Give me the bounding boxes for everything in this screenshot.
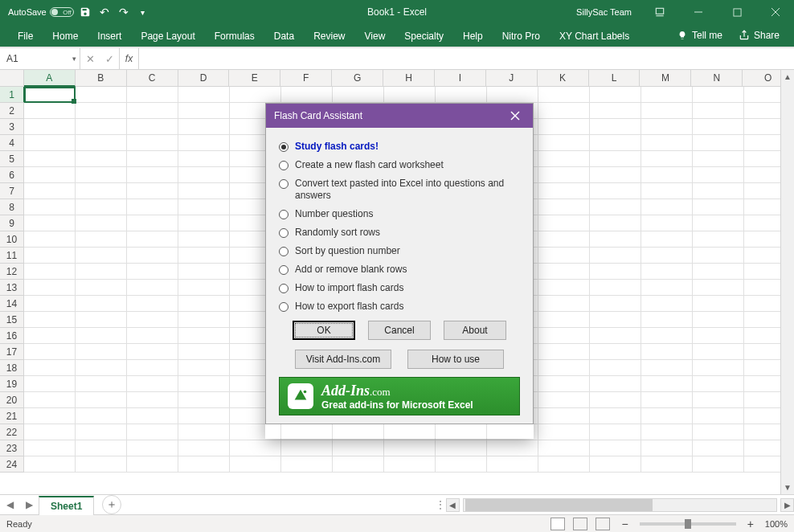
vertical-scrollbar[interactable]: ▲ ▼ [780, 70, 794, 494]
col-header[interactable]: N [691, 70, 743, 86]
radio-study-flash-cards[interactable]: Study flash cards! [279, 137, 520, 156]
row-header[interactable]: 7 [0, 183, 24, 199]
radio-convert-text[interactable]: Convert text pasted into Excel into ques… [279, 174, 520, 205]
tab-data[interactable]: Data [264, 26, 304, 47]
radio-icon[interactable] [279, 210, 289, 219]
row-header[interactable]: 9 [0, 215, 24, 231]
row-header[interactable]: 5 [0, 151, 24, 167]
zoom-level[interactable]: 100% [765, 519, 788, 529]
tab-insert[interactable]: Insert [88, 26, 131, 47]
row-header[interactable]: 12 [0, 264, 24, 280]
col-header[interactable]: L [589, 70, 641, 86]
ok-button[interactable]: OK [293, 321, 355, 340]
tab-split-handle[interactable]: ⋮ [435, 499, 446, 510]
qat-customize-icon[interactable]: ▾ [135, 4, 151, 20]
scroll-right-icon[interactable]: ▶ [780, 498, 794, 512]
page-break-view-icon[interactable] [596, 518, 610, 530]
scroll-left-icon[interactable]: ◀ [446, 498, 460, 512]
autosave-toggle[interactable]: AutoSave Off [8, 7, 74, 17]
col-header[interactable]: C [127, 70, 178, 86]
row-header[interactable]: 13 [0, 280, 24, 296]
radio-icon[interactable] [279, 265, 289, 275]
normal-view-icon[interactable] [550, 518, 565, 530]
visit-addins-button[interactable]: Visit Add-Ins.com [295, 350, 391, 369]
zoom-slider[interactable] [640, 522, 736, 526]
row-header[interactable]: 6 [0, 167, 24, 183]
row-header[interactable]: 4 [0, 135, 24, 151]
row-header[interactable]: 1 [0, 87, 25, 103]
zoom-out-button[interactable]: − [618, 518, 631, 530]
row-header[interactable]: 20 [0, 392, 24, 408]
redo-icon[interactable]: ↷ [116, 4, 132, 20]
fx-label[interactable]: fx [120, 48, 139, 69]
chevron-down-icon[interactable]: ▾ [72, 55, 76, 63]
col-header[interactable]: A [24, 70, 76, 87]
radio-import[interactable]: How to import flash cards [279, 279, 520, 297]
radio-icon[interactable] [279, 179, 289, 189]
addins-banner[interactable]: Add-Ins.com Great add-ins for Microsoft … [279, 377, 520, 415]
row-header[interactable]: 14 [0, 296, 24, 312]
tab-xy-chart-labels[interactable]: XY Chart Labels [550, 26, 639, 47]
minimize-icon[interactable] [680, 0, 717, 24]
row-header[interactable]: 21 [0, 408, 24, 424]
col-header[interactable]: D [178, 70, 230, 86]
radio-icon[interactable] [279, 228, 289, 238]
horizontal-scrollbar[interactable] [463, 498, 777, 512]
col-header[interactable]: M [640, 70, 691, 86]
col-header[interactable]: I [435, 70, 486, 86]
row-header[interactable]: 8 [0, 199, 24, 215]
radio-sort-by-number[interactable]: Sort by question number [279, 242, 520, 260]
tab-view[interactable]: View [355, 26, 395, 47]
close-icon[interactable] [757, 0, 794, 24]
row-header[interactable]: 2 [0, 103, 24, 119]
active-cell[interactable] [24, 87, 76, 103]
col-header[interactable]: G [332, 70, 383, 86]
row-header[interactable]: 3 [0, 119, 24, 135]
radio-export[interactable]: How to export flash cards [279, 297, 520, 316]
autosave-switch[interactable]: Off [50, 7, 74, 17]
row-header[interactable]: 18 [0, 360, 24, 376]
account-user[interactable]: SillySac Team [568, 7, 640, 17]
radio-random-sort[interactable]: Randomly sort rows [279, 223, 520, 242]
tell-me-search[interactable]: Tell me [669, 30, 731, 41]
tab-specialty[interactable]: Specialty [395, 26, 453, 47]
tab-home[interactable]: Home [43, 26, 88, 47]
maximize-icon[interactable] [718, 0, 755, 24]
radio-icon[interactable] [279, 247, 289, 256]
row-header[interactable]: 17 [0, 344, 24, 360]
row-header[interactable]: 22 [0, 424, 24, 440]
radio-icon[interactable] [279, 302, 289, 312]
col-header[interactable]: K [538, 70, 589, 86]
col-header[interactable]: J [486, 70, 538, 86]
tab-help[interactable]: Help [453, 26, 493, 47]
enter-formula-icon[interactable]: ✓ [100, 53, 119, 65]
radio-icon[interactable] [279, 142, 289, 152]
scroll-up-icon[interactable]: ▲ [781, 70, 794, 84]
dialog-titlebar[interactable]: Flash Card Assistant [266, 104, 533, 128]
radio-icon[interactable] [279, 284, 289, 293]
tab-formulas[interactable]: Formulas [205, 26, 264, 47]
how-to-use-button[interactable]: How to use [407, 350, 504, 369]
ribbon-options-icon[interactable] [641, 0, 678, 24]
tab-page-layout[interactable]: Page Layout [131, 26, 204, 47]
save-icon[interactable] [77, 4, 93, 20]
tab-nitro-pro[interactable]: Nitro Pro [493, 26, 550, 47]
radio-number-questions[interactable]: Number questions [279, 205, 520, 223]
tab-nav-prev-icon[interactable]: ◀ [0, 495, 19, 514]
col-header[interactable]: F [280, 70, 332, 86]
sheet-tab[interactable]: Sheet1 [39, 496, 94, 515]
col-header[interactable]: H [383, 70, 435, 86]
col-header[interactable]: B [76, 70, 127, 86]
page-layout-view-icon[interactable] [573, 518, 587, 530]
cancel-formula-icon[interactable]: ✕ [80, 53, 100, 65]
col-header[interactable]: E [229, 70, 280, 86]
cancel-button[interactable]: Cancel [368, 321, 431, 340]
scrollbar-thumb[interactable] [465, 499, 653, 511]
scroll-down-icon[interactable]: ▼ [781, 481, 794, 494]
share-button[interactable]: Share [731, 30, 788, 41]
row-header[interactable]: 15 [0, 312, 24, 328]
new-sheet-button[interactable]: ＋ [102, 495, 121, 514]
radio-icon[interactable] [279, 161, 289, 170]
fill-handle[interactable] [72, 99, 76, 104]
tab-file[interactable]: File [8, 26, 43, 47]
